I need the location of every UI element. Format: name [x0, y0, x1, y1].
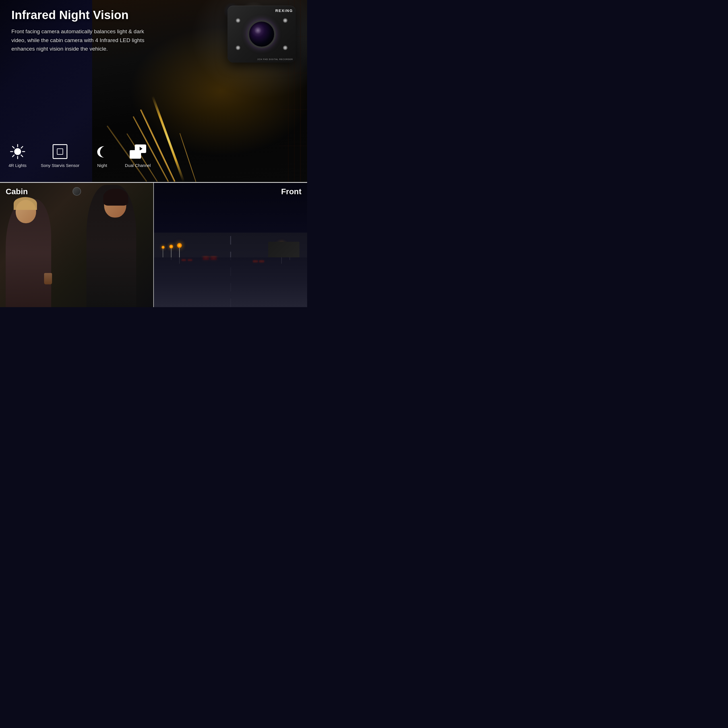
chip-pin	[56, 158, 58, 159]
cabin-view: Cabin	[0, 183, 154, 307]
svg-line-5	[12, 147, 14, 148]
chip-pin	[67, 148, 67, 150]
icon-item-lights: 4R Lights	[9, 143, 26, 168]
cup	[44, 273, 52, 284]
chip-shape	[53, 144, 67, 159]
page-title: Infrared Night Vision	[11, 9, 159, 21]
ir-led-top-left	[236, 18, 240, 23]
icon-label-night: Night	[97, 163, 107, 168]
truck-silhouette	[268, 242, 300, 257]
top-section: Infrared Night Vision Front facing camer…	[0, 0, 307, 182]
svg-line-7	[21, 147, 23, 148]
dual-channel-shape	[130, 144, 146, 159]
brand-name: REXiNG	[275, 9, 293, 13]
camera-body: REXiNG 2CH FHD DIGITAL RECORDER	[228, 6, 296, 63]
chip-inner	[57, 148, 63, 155]
chip-pin	[56, 144, 58, 145]
street-light-3	[162, 246, 165, 257]
chip-pin	[63, 158, 65, 159]
chip-pin	[60, 158, 61, 159]
chip-pin	[60, 144, 61, 145]
sun-svg	[10, 144, 25, 159]
icon-label-sensor: Sony Starvis Sensor	[41, 163, 80, 168]
svg-line-6	[21, 155, 23, 157]
moon-icon	[93, 143, 111, 160]
road-surface	[154, 257, 307, 307]
svg-line-8	[12, 155, 14, 157]
dc-card-front	[130, 150, 141, 159]
front-view: Front	[154, 183, 307, 307]
icon-item-sensor: Sony Starvis Sensor	[41, 143, 80, 168]
features-icons: 4R Lights	[9, 143, 151, 168]
bridge-horizontal	[279, 145, 307, 146]
icon-item-night: Night	[93, 143, 111, 168]
person-hair-right	[103, 188, 128, 206]
chip-pin	[53, 155, 54, 156]
svg-point-0	[14, 148, 21, 155]
icon-label-lights: 4R Lights	[9, 163, 26, 168]
ir-led-top-right	[283, 18, 288, 23]
chip-pin	[63, 144, 65, 145]
light-pole-3	[163, 249, 163, 257]
person-hair-left	[14, 197, 37, 210]
lens-reflection	[254, 27, 262, 34]
front-label: Front	[281, 187, 301, 196]
icon-label-dual: Dual Channel	[125, 163, 151, 168]
camera-device: REXiNG 2CH FHD DIGITAL RECORDER	[228, 6, 301, 80]
light-glow-2	[169, 245, 173, 249]
ceiling-sensor	[72, 187, 81, 196]
description-text: Front facing camera automatically balanc…	[11, 27, 151, 53]
camera-lens	[248, 20, 276, 48]
light-glow-3	[162, 246, 165, 249]
chip-icon	[52, 143, 69, 160]
chip-pin	[53, 148, 54, 150]
moon-svg	[95, 144, 110, 159]
light-glow-1	[177, 243, 182, 248]
brand-subtitle: 2CH FHD DIGITAL RECORDER	[257, 58, 293, 60]
sun-icon	[9, 143, 26, 160]
chip-pin	[67, 151, 67, 153]
ir-led-bottom-left	[236, 46, 240, 50]
dual-channel-icon	[129, 143, 147, 160]
chip-pin	[53, 151, 54, 153]
text-content: Infrared Night Vision Front facing camer…	[11, 9, 159, 53]
cabin-label: Cabin	[6, 187, 28, 196]
icon-item-dual: Dual Channel	[125, 143, 151, 168]
bottom-section: Cabin	[0, 182, 307, 307]
bridge-horizontal	[279, 109, 307, 110]
chip-pin	[67, 155, 67, 156]
ir-led-bottom-right	[283, 46, 288, 50]
